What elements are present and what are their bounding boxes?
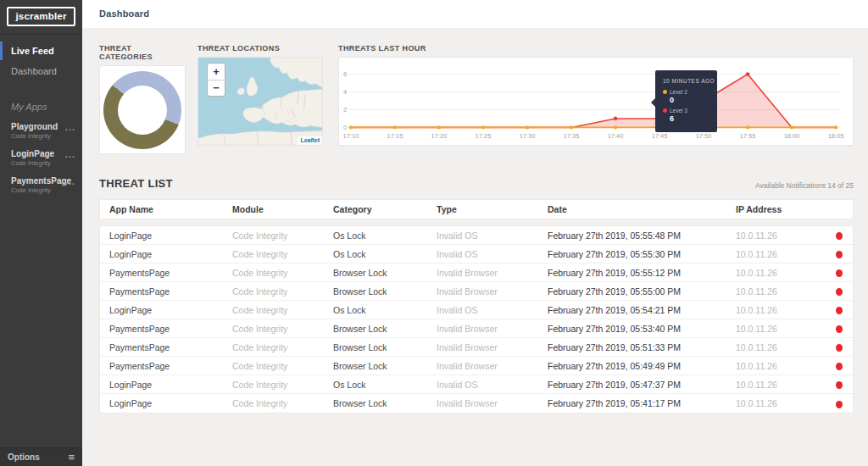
table-cell: Code Integrity (223, 361, 324, 371)
level2-point[interactable] (746, 125, 749, 129)
level2-point[interactable] (526, 125, 529, 129)
panels-row: THREAT CATEGORIES THREAT LOCATIONS (99, 44, 854, 154)
threat-level-dot (836, 381, 843, 389)
table-cell: 10.0.11.26 (726, 361, 820, 371)
options-bar[interactable]: Options ≡ (0, 447, 82, 466)
table-row[interactable]: LoginPageCode IntegrityBrowser LockInval… (100, 394, 853, 413)
table-row[interactable]: LoginPageCode IntegrityOs LockInvalid OS… (100, 245, 853, 264)
table-cell: Os Lock (324, 380, 427, 390)
tooltip-row: Level 2 (663, 89, 717, 95)
threats-last-hour-card: 024617:1017:1517:2017:2517:3017:3517:401… (338, 57, 854, 146)
sidebar-app-loginpage[interactable]: LoginPageCode Integrity... (0, 144, 82, 171)
level2-point[interactable] (614, 125, 617, 129)
threat-level-dot (836, 288, 843, 296)
table-cell: Code Integrity (223, 249, 324, 259)
table-cell: LoginPage (100, 230, 223, 241)
app-menu-icon[interactable]: ... (65, 124, 75, 130)
y-tick-label: 2 (343, 106, 347, 114)
status-cell (820, 380, 853, 390)
donut-hole (118, 86, 167, 135)
level2-point[interactable] (790, 125, 793, 129)
table-row[interactable]: LoginPageCode IntegrityOs LockInvalid OS… (100, 375, 853, 394)
sidebar-item-label: Live Feed (11, 46, 54, 56)
table-cell: Code Integrity (223, 324, 324, 334)
app-menu-icon[interactable]: ... (65, 151, 75, 158)
threat-level-dot (836, 344, 843, 352)
logo-area: jscrambler (0, 0, 82, 35)
table-cell: PaymentsPage (100, 268, 223, 278)
sidebar-app-paymentspage[interactable]: PaymentsPageCode Integrity... (0, 171, 82, 198)
topbar: Dashboard (82, 0, 868, 28)
column-header[interactable]: Category (324, 204, 427, 214)
table-cell: 10.0.11.26 (726, 230, 820, 241)
sidebar-item-live-feed[interactable]: Live Feed (0, 41, 82, 61)
table-cell: Invalid Browser (427, 342, 538, 352)
status-cell (820, 268, 853, 278)
level2-point[interactable] (349, 125, 353, 129)
column-header[interactable]: Type (427, 204, 538, 214)
table-row[interactable]: PaymentsPageCode IntegrityBrowser LockIn… (100, 357, 853, 375)
table-cell: February 27th 2019, 05:41:17 PM (538, 398, 726, 408)
x-tick-label: 18:00 (784, 132, 800, 140)
table-row[interactable]: PaymentsPageCode IntegrityBrowser LockIn… (100, 319, 853, 338)
table-cell: Browser Lock (324, 286, 427, 297)
y-tick-label: 0 (343, 124, 347, 131)
level3-point[interactable] (614, 117, 618, 121)
column-header[interactable]: App Name (100, 204, 223, 214)
table-cell: Code Integrity (223, 268, 324, 278)
x-tick-label: 17:15 (387, 132, 403, 140)
level3-area (351, 75, 836, 128)
threats-chart-svg[interactable]: 024617:1017:1517:2017:2517:3017:3517:401… (339, 58, 853, 145)
categories-donut-chart[interactable] (103, 71, 181, 149)
table-cell: February 27th 2019, 05:47:37 PM (538, 380, 726, 390)
level2-point[interactable] (393, 125, 397, 129)
level2-point[interactable] (437, 125, 441, 129)
zoom-in-button[interactable]: + (208, 64, 225, 80)
sidebar-app-playground[interactable]: PlaygroundCode Integrity... (0, 117, 82, 144)
header-row: App NameModuleCategoryTypeDateIP Address (100, 200, 853, 219)
table-cell: Browser Lock (324, 398, 427, 408)
table-row[interactable]: LoginPageCode IntegrityOs LockInvalid OS… (100, 301, 853, 319)
threat-categories-panel: THREAT CATEGORIES (99, 44, 186, 154)
table-cell: Code Integrity (223, 398, 324, 408)
level3-point[interactable] (746, 72, 750, 76)
threat-level-dot (836, 307, 843, 314)
app-name: PaymentsPage (11, 176, 73, 186)
active-indicator (0, 42, 3, 60)
leaflet-attribution[interactable]: Leaflet (298, 136, 322, 145)
table-cell: Invalid OS (427, 305, 538, 315)
table-cell: February 27th 2019, 05:53:40 PM (538, 324, 726, 334)
sidebar-item-dashboard[interactable]: Dashboard (0, 61, 82, 81)
app-menu-icon[interactable]: ... (65, 178, 75, 185)
table-cell: February 27th 2019, 05:55:12 PM (538, 268, 726, 278)
tooltip-row: Level 3 (663, 108, 717, 114)
status-cell (820, 230, 853, 241)
threat-locations-card: + − Leaflet (198, 57, 323, 146)
table-cell: Code Integrity (223, 305, 324, 315)
app-mode-label: Code Integrity (11, 132, 73, 140)
table-cell: 10.0.11.26 (726, 305, 820, 315)
table-row[interactable]: PaymentsPageCode IntegrityBrowser LockIn… (100, 264, 853, 282)
breadcrumb[interactable]: Dashboard (82, 0, 868, 19)
x-tick-label: 18:05 (828, 132, 844, 140)
zoom-out-button[interactable]: − (208, 80, 225, 96)
hamburger-menu-icon[interactable]: ≡ (68, 452, 75, 463)
table-cell: 10.0.11.26 (726, 324, 820, 334)
column-header[interactable]: Module (223, 204, 324, 214)
level2-point[interactable] (481, 125, 485, 129)
threat-level-dot (836, 325, 843, 333)
threat-level-dot (836, 232, 843, 240)
table-row[interactable]: PaymentsPageCode IntegrityBrowser LockIn… (100, 338, 853, 357)
column-header[interactable]: IP Address (726, 204, 820, 214)
y-tick-label: 6 (343, 70, 347, 78)
jscrambler-logo[interactable]: jscrambler (7, 7, 75, 26)
level2-point[interactable] (570, 125, 573, 129)
tooltip-level2-label: Level 2 (670, 89, 687, 95)
table-cell: LoginPage (100, 398, 223, 408)
table-row[interactable]: LoginPageCode IntegrityOs LockInvalid OS… (100, 226, 853, 245)
table-cell: Invalid OS (427, 380, 538, 390)
level2-point[interactable] (834, 125, 837, 129)
column-header[interactable]: Date (538, 204, 726, 214)
table-row[interactable]: PaymentsPageCode IntegrityBrowser LockIn… (100, 282, 853, 301)
threat-list-title: THREAT LIST (99, 177, 173, 190)
